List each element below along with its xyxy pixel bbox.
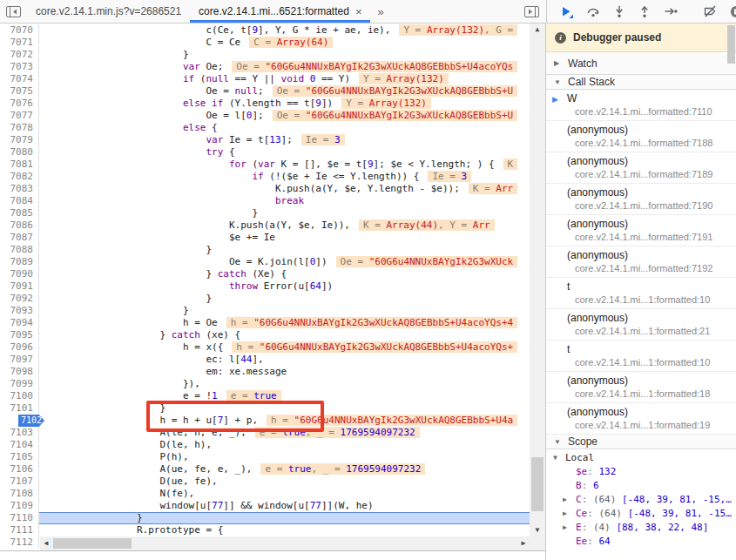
line-number[interactable]: 7077 (0, 110, 39, 122)
scope-variable-row[interactable]: ▶Ce: (64) [-48, 39, 81, -15… (546, 507, 736, 521)
line-number[interactable]: 7082 (0, 171, 39, 183)
step-over-button[interactable] (586, 5, 600, 17)
call-stack-frame[interactable]: (anonymous)core.v2.14.1.mi...formatted:7… (546, 121, 736, 152)
pause-on-exceptions-button[interactable] (730, 5, 736, 18)
code-editor[interactable]: 7070 c(Ce, t[9], Y, G * ie + ae, ie),Y =… (0, 24, 546, 560)
call-stack-frame[interactable]: ▶Wcore.v2.14.1.mi...formatted:7110 (546, 90, 736, 121)
line-number[interactable]: 7088 (0, 244, 39, 256)
expand-arrow-icon[interactable]: ▶ (563, 493, 567, 507)
watch-section-header[interactable]: ▶ Watch (546, 52, 736, 75)
code-line[interactable]: 7078 else { (0, 122, 530, 134)
line-number[interactable]: 7092 (0, 293, 39, 305)
line-number[interactable]: 7074 (0, 73, 39, 85)
code-line[interactable]: 7074 if (null == Y || void 0 == Y)Y = Ar… (0, 73, 530, 85)
line-number[interactable]: 7087 (0, 232, 39, 244)
line-number[interactable]: 7102 (0, 415, 39, 427)
line-number[interactable]: 7105 (0, 451, 39, 463)
line-number[interactable]: 7100 (0, 390, 39, 402)
line-number[interactable]: 7112 (0, 536, 39, 549)
code-line[interactable]: 7070 c(Ce, t[9], Y, G * ie + ae, ie),Y =… (0, 24, 530, 37)
code-line[interactable]: 7077 Oe = l[0];Oe = "60G6u4NNUxBAYgIk2G3… (0, 110, 530, 122)
line-number[interactable]: 7090 (0, 268, 39, 280)
scope-section-header[interactable]: ▼ Scope (546, 435, 736, 449)
line-number[interactable]: 7108 (0, 488, 39, 500)
expand-arrow-icon[interactable]: ▶ (563, 507, 567, 521)
code-line[interactable]: 7087 $e += Ie (0, 232, 530, 244)
line-number[interactable]: 7073 (0, 61, 39, 73)
call-stack-frame[interactable]: (anonymous)core.v2.14.1.mi...formatted:7… (546, 184, 736, 215)
code-line[interactable]: 7108 N(fe), (0, 488, 530, 500)
line-number[interactable]: 7075 (0, 85, 39, 98)
code-line[interactable]: 7106 A(ue, fe, e, _),e = true, _ = 17695… (0, 463, 530, 476)
code-line[interactable]: 7091 throw Error(u[64]) (0, 280, 530, 293)
line-number[interactable]: 7086 (0, 219, 39, 232)
scope-variable-row[interactable]: ▶E: (4) [88, 38, 22, 48] (546, 521, 736, 535)
scope-variable-row[interactable]: ▶C: (64) [-48, 39, 81, -15,… (546, 493, 736, 507)
line-number[interactable]: 7084 (0, 195, 39, 207)
code-line[interactable]: 7107 D(ue, fe), (0, 476, 530, 488)
line-number[interactable]: 7096 (0, 341, 39, 354)
step-into-button[interactable] (613, 5, 625, 17)
call-stack-frame[interactable]: (anonymous)core.v2.14.1.mi...formatted:7… (546, 152, 736, 184)
line-number[interactable]: 7070 (0, 24, 39, 37)
debugger-pane-toggle-button[interactable] (517, 0, 546, 23)
line-number[interactable]: 7104 (0, 439, 39, 451)
code-line[interactable]: 7083 K.push(a(Y, $e, Y.length - $e));K =… (0, 183, 530, 195)
line-number[interactable]: 7083 (0, 183, 39, 195)
expand-arrow-icon[interactable]: ▶ (563, 521, 567, 535)
line-number[interactable]: 7076 (0, 98, 39, 110)
code-line[interactable]: 7090 } catch (Xe) { (0, 268, 530, 280)
code-line[interactable]: 7111 R.prototype = { (0, 524, 530, 536)
code-line[interactable]: 7080 try { (0, 146, 530, 159)
line-number[interactable]: 7098 (0, 366, 39, 378)
code-line[interactable]: 7072 } (0, 49, 530, 61)
sidebar-scroll-thumb[interactable] (727, 25, 735, 64)
line-number[interactable]: 7081 (0, 159, 39, 171)
code-line[interactable]: 7104 D(le, h), (0, 439, 530, 451)
code-line[interactable]: 7110 } (0, 512, 530, 524)
code-line[interactable]: 7073 var Oe;Oe = "60G6u4NNUxBAYgIk2G3wXU… (0, 61, 530, 73)
code-line[interactable]: 7084 break (0, 195, 530, 207)
code-line[interactable]: 7079 var Ie = t[13];Ie = 3 (0, 134, 530, 146)
code-line[interactable]: 7075 Oe = null;Oe = "60G6u4NNUxBAYgIk2G3… (0, 85, 530, 98)
line-number[interactable]: 7109 (0, 500, 39, 512)
vertical-scrollbar[interactable]: ▲ ▼ (530, 24, 545, 536)
tab-core-min-js[interactable]: core.v2.14.1.min.js?v=2686521 (27, 0, 190, 23)
code-line[interactable]: 7095 } catch (xe) { (0, 329, 530, 341)
code-line[interactable]: 7085 } (0, 207, 530, 219)
code-line[interactable]: 7105 P(h), (0, 451, 530, 463)
line-number[interactable]: 7110 (0, 512, 39, 524)
line-number[interactable]: 7111 (0, 524, 39, 536)
line-number[interactable]: 7106 (0, 463, 39, 476)
code-line[interactable]: 7086 K.push(a(Y, $e, Ie)),K = Array(44),… (0, 219, 530, 232)
horizontal-scroll-thumb[interactable] (53, 538, 132, 549)
more-tabs-button[interactable]: » (370, 0, 390, 23)
code-line[interactable]: 7102 h = h + u[7] + p,h = "60G6u4NNUxBAY… (0, 415, 530, 427)
line-number[interactable]: 7107 (0, 476, 39, 488)
code-line[interactable]: 7076 else if (Y.length == t[9])Y = Array… (0, 98, 530, 110)
line-number[interactable]: 7094 (0, 317, 39, 329)
call-stack-section-header[interactable]: ▼ Call Stack (546, 75, 736, 90)
code-line[interactable]: 7081 for (var K = [], $e = t[9]; $e < Y.… (0, 159, 530, 171)
code-line[interactable]: 7088 } (0, 244, 530, 256)
line-number[interactable]: 7089 (0, 256, 39, 268)
code-line[interactable]: 7092 } (0, 293, 530, 305)
resume-button[interactable] (559, 5, 573, 18)
line-number[interactable]: 7072 (0, 49, 39, 61)
line-number[interactable]: 7071 (0, 37, 39, 49)
step-out-button[interactable] (638, 5, 651, 17)
scroll-up-arrow-icon[interactable]: ▲ (530, 24, 545, 36)
line-number[interactable]: 7091 (0, 280, 39, 293)
line-number[interactable]: 7080 (0, 146, 39, 159)
line-number[interactable]: 7103 (0, 427, 39, 439)
line-number[interactable]: 7097 (0, 354, 39, 366)
line-number[interactable]: 7095 (0, 329, 39, 341)
scope-local-row[interactable]: ▼ Local (546, 449, 736, 465)
code-line[interactable]: 7109 window[u[77]] && window[u[77]](W, h… (0, 500, 530, 512)
tab-core-formatted[interactable]: core.v2.14.1.mi...6521:formatted × (190, 0, 370, 23)
code-line[interactable]: 7071 C = CeC = Array(64) (0, 37, 530, 49)
code-line[interactable]: 7103 A(le, h, e, _),e = true, _ = 176959… (0, 427, 530, 439)
code-line[interactable]: 7101 } (0, 402, 530, 415)
code-line[interactable]: 7099 }), (0, 378, 530, 390)
call-stack-frame[interactable]: tcore.v2.14.1.mi...1:formatted:10 (546, 341, 736, 372)
